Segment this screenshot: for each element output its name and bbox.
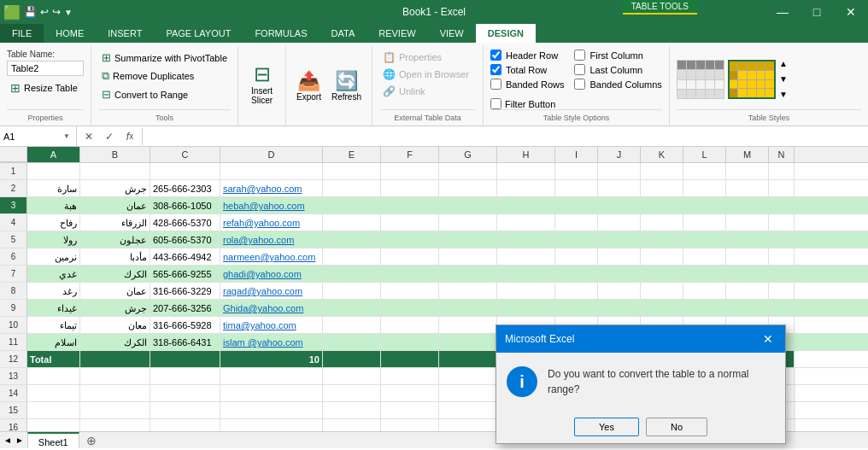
cell-2-l[interactable] [683, 180, 726, 196]
row-num-1[interactable]: 1 [0, 163, 27, 179]
quick-access-save[interactable]: 💾 [24, 6, 37, 18]
cell-7-b[interactable]: الكرك [80, 266, 150, 282]
sheet-tab-1[interactable]: Sheet1 [27, 432, 79, 449]
cell-6-f[interactable] [381, 248, 439, 265]
insert-slicer-button[interactable]: ⊟ InsertSlicer [248, 50, 276, 118]
cell-2-f[interactable] [381, 180, 439, 196]
col-header-a[interactable]: A [27, 147, 80, 162]
cell-1-j[interactable] [598, 163, 641, 179]
cell-7-d[interactable]: ghadi@yahoo.com [220, 266, 323, 282]
styles-scroll-down[interactable]: ▼ [779, 75, 788, 84]
cell-3-i[interactable] [555, 197, 598, 213]
cell-15-a[interactable] [27, 402, 80, 418]
cell-9-a[interactable]: غيداء [27, 300, 80, 316]
row-num-8[interactable]: 8 [0, 283, 27, 299]
cell-3-l[interactable] [683, 197, 726, 213]
cell-9-d[interactable]: Ghida@yahoo.com [220, 300, 323, 316]
cell-8-a[interactable]: رغد [27, 283, 80, 299]
cell-6-d[interactable]: narmeen@yahoo.com [220, 248, 323, 265]
cell-3-b[interactable]: عمان [80, 197, 150, 213]
cell-2-j[interactable] [598, 180, 641, 196]
cell-5-g[interactable] [439, 231, 497, 248]
cell-1-e[interactable] [323, 163, 381, 179]
quick-access-undo[interactable]: ↩ [40, 6, 49, 18]
cell-16-g[interactable] [439, 419, 497, 431]
cell-6-n[interactable] [769, 248, 795, 265]
close-button[interactable]: ✕ [834, 0, 868, 24]
convert-to-range-button[interactable]: ⊟ Convert to Range [98, 86, 231, 102]
cell-16-c[interactable] [150, 419, 220, 431]
cell-6-i[interactable] [555, 248, 598, 265]
header-row-check[interactable]: Header Row [490, 50, 565, 61]
cell-3-n[interactable] [769, 197, 795, 213]
row-num-16[interactable]: 16 [0, 419, 27, 431]
cell-15-e[interactable] [323, 402, 381, 418]
row-num-5[interactable]: 5 [0, 231, 27, 248]
cell-1-c[interactable] [150, 163, 220, 179]
cell-6-c[interactable]: 443-666-4942 [150, 248, 220, 265]
cell-4-d[interactable]: refah@yahoo.com [220, 214, 323, 231]
cell-11-f[interactable] [381, 334, 439, 350]
cell-6-m[interactable] [726, 248, 769, 265]
cell-13-c[interactable] [150, 368, 220, 384]
cell-5-b[interactable]: عجلون [80, 231, 150, 248]
row-num-4[interactable]: 4 [0, 214, 27, 231]
col-header-k[interactable]: K [641, 147, 683, 162]
cell-14-f[interactable] [381, 385, 439, 401]
sheet-nav-left[interactable]: ◄ [3, 435, 12, 445]
col-header-c[interactable]: C [150, 147, 220, 162]
cell-6-k[interactable] [641, 248, 683, 265]
cell-6-j[interactable] [598, 248, 641, 265]
last-column-check[interactable]: Last Column [574, 64, 661, 75]
tab-view[interactable]: VIEW [428, 24, 476, 43]
cell-1-m[interactable] [726, 163, 769, 179]
col-header-j[interactable]: J [598, 147, 641, 162]
cell-13-d[interactable] [220, 368, 323, 384]
cell-3-k[interactable] [641, 197, 683, 213]
cell-2-g[interactable] [439, 180, 497, 196]
cell-11-d[interactable]: islam @yahoo.com [220, 334, 323, 350]
cell-5-i[interactable] [555, 231, 598, 248]
export-button[interactable]: 📤 Export [293, 68, 325, 103]
cell-9-k[interactable] [641, 300, 683, 316]
cell-12-g[interactable] [439, 351, 497, 367]
cell-6-e[interactable] [323, 248, 381, 265]
dialog-yes-button[interactable]: Yes [574, 418, 639, 436]
cell-13-e[interactable] [323, 368, 381, 384]
cell-3-c[interactable]: 308-666-1050 [150, 197, 220, 213]
cell-10-e[interactable] [323, 317, 381, 333]
cell-8-m[interactable] [726, 283, 769, 299]
sheet-nav-right[interactable]: ► [15, 435, 24, 445]
cell-14-e[interactable] [323, 385, 381, 401]
cell-3-d[interactable]: hebah@yahoo.com [220, 197, 323, 213]
cell-6-h[interactable] [497, 248, 555, 265]
cell-4-g[interactable] [439, 214, 497, 231]
cell-8-j[interactable] [598, 283, 641, 299]
cell-3-e[interactable] [323, 197, 381, 213]
dialog-close-button[interactable]: ✕ [760, 330, 777, 348]
row-num-9[interactable]: 9 [0, 300, 27, 316]
col-header-g[interactable]: G [439, 147, 497, 162]
cell-3-f[interactable] [381, 197, 439, 213]
cell-16-e[interactable] [323, 419, 381, 431]
cell-1-l[interactable] [683, 163, 726, 179]
first-column-check[interactable]: First Column [574, 50, 661, 61]
cell-4-c[interactable]: 428-666-5370 [150, 214, 220, 231]
row-num-11[interactable]: 11 [0, 334, 27, 350]
cell-8-n[interactable] [769, 283, 795, 299]
cell-9-g[interactable] [439, 300, 497, 316]
cell-8-k[interactable] [641, 283, 683, 299]
cell-7-k[interactable] [641, 266, 683, 282]
cell-7-f[interactable] [381, 266, 439, 282]
confirm-formula-icon[interactable]: ✓ [101, 128, 118, 145]
row-num-14[interactable]: 14 [0, 385, 27, 401]
row-num-6[interactable]: 6 [0, 248, 27, 265]
cell-1-n[interactable] [769, 163, 795, 179]
cell-3-g[interactable] [439, 197, 497, 213]
cell-2-i[interactable] [555, 180, 598, 196]
cell-4-k[interactable] [641, 214, 683, 231]
cell-4-h[interactable] [497, 214, 555, 231]
cell-8-i[interactable] [555, 283, 598, 299]
cell-1-k[interactable] [641, 163, 683, 179]
cell-10-d[interactable]: tima@yahoo.com [220, 317, 323, 333]
